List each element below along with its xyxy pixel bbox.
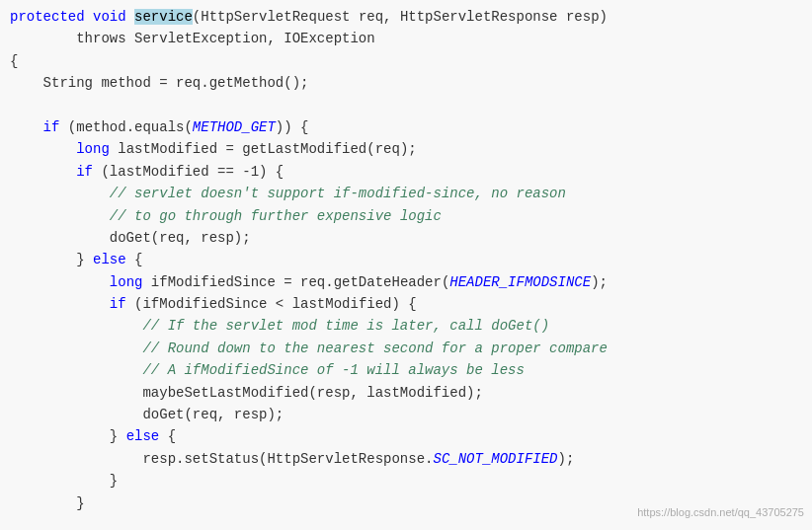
comment-5: // A ifModifiedSince of -1 will always b… (142, 362, 524, 378)
code-line-17: // A ifModifiedSince of -1 will always b… (10, 359, 802, 381)
code-line-19: doGet(req, resp); (10, 404, 802, 425)
code-line-4: String method = req.getMethod(); (10, 72, 802, 94)
code-line-18: maybeSetLastModified(resp, lastModified)… (10, 382, 802, 404)
code-line-6: if (method.equals(METHOD_GET)) { (10, 116, 802, 138)
code-line-11: doGet(req, resp); (10, 227, 802, 249)
code-line-8: if (lastModified == -1) { (10, 161, 802, 183)
keyword-if-2: if (76, 164, 93, 180)
keyword-else-2: else (126, 428, 160, 444)
code-line-21: resp.setStatus(HttpServletResponse.SC_NO… (10, 448, 802, 470)
code-line-13: long ifModifiedSince = req.getDateHeader… (10, 271, 802, 293)
code-block: protected void service(HttpServletReques… (0, 0, 812, 530)
code-line-22: } (10, 470, 802, 492)
comment-3: // If the servlet mod time is later, cal… (142, 318, 549, 334)
code-line-15: // If the servlet mod time is later, cal… (10, 315, 802, 337)
constant-sc-not-modified: SC_NOT_MODIFIED (433, 451, 557, 467)
constant-method-get: METHOD_GET (193, 119, 276, 135)
comment-1: // servlet doesn't support if-modified-s… (110, 186, 566, 201)
comment-4: // Round down to the nearest second for … (142, 341, 607, 356)
keyword-protected: protected (10, 9, 85, 25)
code-line-20: } else { (10, 425, 802, 447)
code-line-12: } else { (10, 249, 802, 270)
code-line-5 (10, 95, 802, 116)
code-line-14: if (ifModifiedSince < lastModified) { (10, 293, 802, 315)
keyword-else-1: else (93, 252, 126, 267)
code-line-2: throws ServletException, IOException (10, 28, 802, 49)
watermark: https://blog.csdn.net/qq_43705275 (637, 504, 804, 522)
keyword-long-1: long (76, 141, 110, 157)
code-line-16: // Round down to the nearest second for … (10, 338, 802, 359)
method-name-service: service (134, 9, 193, 25)
code-line-10: // to go through further expensive logic (10, 205, 802, 227)
code-line-3: { (10, 50, 802, 72)
constant-header-ifmodsince: HEADER_IFMODSINCE (449, 274, 591, 290)
code-line-9: // servlet doesn't support if-modified-s… (10, 183, 802, 204)
keyword-if-1: if (43, 119, 60, 135)
comment-2: // to go through further expensive logic (110, 208, 442, 224)
keyword-if-3: if (110, 296, 126, 312)
keyword-long-2: long (110, 274, 143, 290)
code-line-7: long lastModified = getLastModified(req)… (10, 138, 802, 160)
code-line-1: protected void service(HttpServletReques… (10, 6, 802, 28)
keyword-void: void (93, 9, 126, 25)
punc: (HttpServletRequest req, HttpServletResp… (193, 9, 608, 25)
